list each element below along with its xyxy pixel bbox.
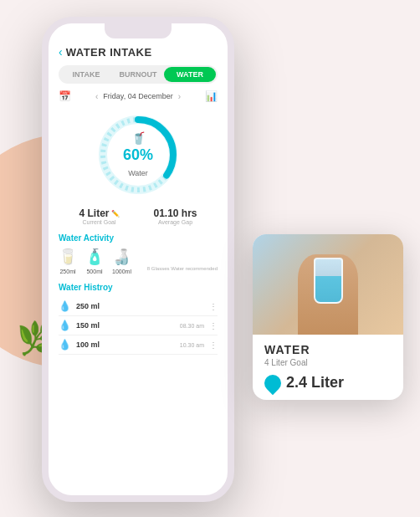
- glass-water-fill: [315, 276, 341, 302]
- info-card-image: [253, 234, 403, 335]
- hand-with-glass: [253, 234, 403, 335]
- chart-icon: 📊: [205, 90, 218, 102]
- date-navigation: ‹ Friday, 04 December ›: [95, 92, 181, 101]
- stat-goal-label: Current Goal: [79, 219, 119, 225]
- bottle-1000-icon: 🍶: [112, 248, 131, 266]
- tab-burnout[interactable]: BURNOUT: [112, 67, 164, 82]
- drop-icon-2: 💧: [59, 320, 71, 331]
- info-card-body: WATER 4 Liter Goal 2.4 Liter: [253, 335, 403, 400]
- history-item-1: 💧 250 ml ⋮: [59, 297, 218, 316]
- donut-label: Water: [128, 169, 148, 177]
- donut-chart: 🥤 60% Water: [59, 109, 218, 201]
- info-card-amount-row: 2.4 Liter: [264, 374, 392, 392]
- glass-shape: [314, 258, 343, 304]
- tab-intake[interactable]: INTAKE: [60, 67, 112, 82]
- prev-date-button[interactable]: ‹: [95, 92, 98, 101]
- donut-center: 🥤 60% Water: [123, 131, 153, 179]
- history-item-3: 💧 100 ml 10.30 am ⋮: [59, 335, 218, 355]
- history-amount-1: 250 ml: [76, 302, 199, 310]
- edit-icon[interactable]: ✏️: [111, 210, 120, 218]
- stat-goal-value: 4 Liter: [79, 207, 109, 219]
- history-more-1[interactable]: ⋮: [209, 302, 218, 311]
- stat-gap-value: 01.10 hrs: [153, 207, 197, 219]
- stat-current-goal: 4 Liter ✏️ Current Goal: [79, 207, 119, 225]
- stats-row: 4 Liter ✏️ Current Goal 01.10 hrs Averag…: [59, 207, 218, 225]
- history-item-2: 💧 150 ml 08.30 am ⋮: [59, 316, 218, 335]
- stat-gap-label: Average Gap: [153, 219, 197, 225]
- info-card-amount: 2.4 Liter: [286, 374, 344, 392]
- tab-water[interactable]: WATER: [164, 67, 216, 82]
- water-glass-icon: 🥤: [123, 131, 153, 145]
- phone-frame: ‹ WATER INTAKE INTAKE BURNOUT WATER 📅 ‹ …: [42, 17, 234, 502]
- phone-notch: [105, 23, 172, 38]
- activity-row: 🥛 250ml 🧴 500ml 🍶 1000ml 8 Glasses Water…: [59, 248, 218, 274]
- info-card: WATER 4 Liter Goal 2.4 Liter: [253, 234, 403, 400]
- activity-label-500: 500ml: [86, 269, 102, 274]
- donut-percent: 60%: [123, 146, 153, 164]
- activity-note: 8 Glasses Water recommended: [140, 266, 218, 271]
- history-time-2: 08.30 am: [180, 323, 204, 329]
- history-more-3[interactable]: ⋮: [209, 340, 218, 350]
- history-amount-3: 100 ml: [76, 340, 175, 349]
- phone-header: ‹ WATER INTAKE: [59, 45, 218, 59]
- next-date-button[interactable]: ›: [178, 92, 181, 101]
- history-time-3: 10.30 am: [180, 342, 204, 348]
- history-more-2[interactable]: ⋮: [209, 321, 218, 330]
- drop-icon-1: 💧: [59, 300, 71, 312]
- calendar-icon: 📅: [59, 90, 71, 102]
- activity-item-500[interactable]: 🧴 500ml: [85, 248, 104, 274]
- activity-label-1000: 1000ml: [112, 269, 131, 274]
- page-title: WATER INTAKE: [66, 46, 152, 59]
- activity-item-250[interactable]: 🥛 250ml: [59, 248, 77, 274]
- history-section-title: Water Histroy: [59, 283, 218, 292]
- tab-bar: INTAKE BURNOUT WATER: [59, 65, 218, 84]
- drop-icon-3: 💧: [59, 339, 71, 351]
- glass-250-icon: 🥛: [59, 248, 77, 266]
- activity-label-250: 250ml: [59, 269, 75, 274]
- activity-item-1000[interactable]: 🍶 1000ml: [112, 248, 131, 274]
- stat-avg-gap: 01.10 hrs Average Gap: [153, 207, 197, 225]
- back-arrow-icon[interactable]: ‹: [59, 45, 63, 59]
- bottle-500-icon: 🧴: [85, 248, 104, 266]
- phone-content: ‹ WATER INTAKE INTAKE BURNOUT WATER 📅 ‹ …: [49, 38, 228, 495]
- activity-section-title: Water Activity: [59, 233, 218, 243]
- info-card-title: WATER: [264, 343, 392, 356]
- water-drop-icon: [261, 371, 284, 394]
- date-bar: 📅 ‹ Friday, 04 December › 📊: [59, 90, 218, 102]
- info-card-goal: 4 Liter Goal: [264, 358, 392, 367]
- date-label: Friday, 04 December: [103, 92, 172, 100]
- history-amount-2: 150 ml: [76, 321, 175, 330]
